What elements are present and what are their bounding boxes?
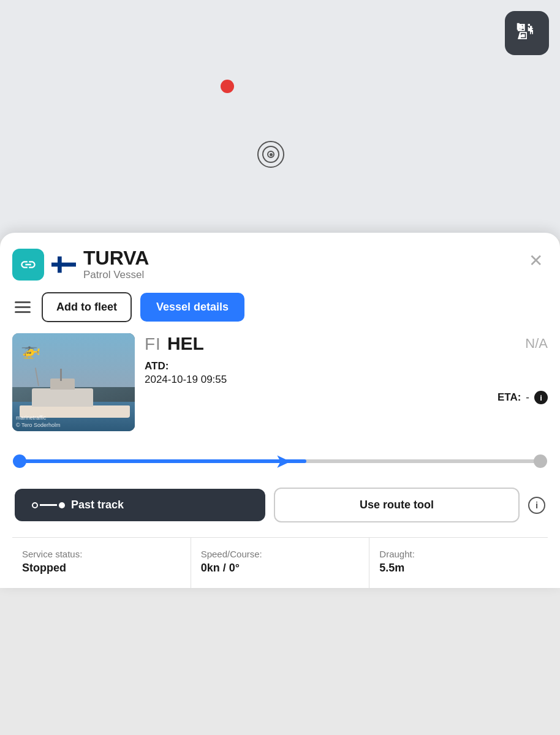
status-bar: Service status: Stopped Speed/Course: 0k… xyxy=(12,537,548,588)
atd-label: ATD: xyxy=(145,360,548,372)
speed-course-value: 0kn / 0° xyxy=(201,562,360,575)
draught-label: Draught: xyxy=(379,549,538,559)
destination-row: FI HEL N/A xyxy=(145,333,548,354)
status-cell-draught: Draught: 5.5m xyxy=(369,538,548,588)
destination-country: FI xyxy=(145,334,161,354)
vessel-photo: 🚁 marinetraffic © Tero Soderholm xyxy=(12,333,135,431)
vessel-panel: TURVA Patrol Vessel ✕ Add to fleet Vesse… xyxy=(0,233,560,588)
slider-track: ➤ xyxy=(20,459,540,463)
speed-course-label: Speed/Course: xyxy=(201,549,360,559)
eta-label: ETA: xyxy=(498,391,521,404)
na-badge: N/A xyxy=(525,336,548,352)
route-info-icon[interactable]: i xyxy=(528,497,545,514)
vessel-header-left: TURVA Patrol Vessel xyxy=(12,247,149,281)
atd-block: ATD: 2024-10-19 09:55 xyxy=(145,360,548,386)
eta-row: ETA: - i xyxy=(145,391,548,404)
menu-icon[interactable] xyxy=(12,299,33,315)
atd-value: 2024-10-19 09:55 xyxy=(145,374,548,386)
service-status-value: Stopped xyxy=(22,562,181,575)
action-row: Add to fleet Vessel details xyxy=(12,292,548,322)
link-icon-box[interactable] xyxy=(12,249,44,281)
eta-value: - xyxy=(526,391,529,404)
slider-thumb-start[interactable] xyxy=(13,454,26,468)
close-button[interactable]: ✕ xyxy=(524,250,548,272)
track-buttons-row: Past track Use route tool i xyxy=(12,488,548,537)
add-to-fleet-button[interactable]: Add to fleet xyxy=(42,292,132,322)
service-status-label: Service status: xyxy=(22,549,181,559)
vessel-type: Patrol Vessel xyxy=(83,269,149,281)
vessel-title-block: TURVA Patrol Vessel xyxy=(83,247,149,281)
eta-info-icon[interactable]: i xyxy=(534,391,548,404)
photo-credit: marinetraffic © Tero Soderholm xyxy=(16,415,61,429)
flag-finland xyxy=(51,252,76,277)
qr-button[interactable] xyxy=(505,11,549,55)
vessel-name: TURVA xyxy=(83,247,149,269)
status-cell-speed: Speed/Course: 0kn / 0° xyxy=(191,538,370,588)
vessel-info-block: FI HEL N/A ATD: 2024-10-19 09:55 ETA: - … xyxy=(145,333,548,404)
timeline-slider[interactable]: ➤ xyxy=(12,445,548,488)
map-view xyxy=(0,0,560,239)
slider-thumb-end[interactable] xyxy=(534,454,547,468)
destination-port: HEL xyxy=(167,333,204,354)
track-icon xyxy=(32,502,65,508)
vessel-header: TURVA Patrol Vessel ✕ xyxy=(12,247,548,281)
helicopter-decoration: 🚁 xyxy=(21,341,40,360)
past-track-button[interactable]: Past track xyxy=(15,489,265,521)
draught-value: 5.5m xyxy=(379,562,538,575)
vessel-dot xyxy=(221,80,234,93)
status-cell-service: Service status: Stopped xyxy=(12,538,191,588)
svg-rect-5 xyxy=(51,262,76,266)
target-marker xyxy=(257,141,284,168)
use-route-tool-button[interactable]: Use route tool xyxy=(274,488,520,522)
svg-rect-6 xyxy=(58,256,62,273)
slider-fill xyxy=(20,459,306,463)
vessel-info-row: 🚁 marinetraffic © Tero Soderholm FI HEL … xyxy=(12,333,548,431)
vessel-details-button[interactable]: Vessel details xyxy=(140,293,244,322)
